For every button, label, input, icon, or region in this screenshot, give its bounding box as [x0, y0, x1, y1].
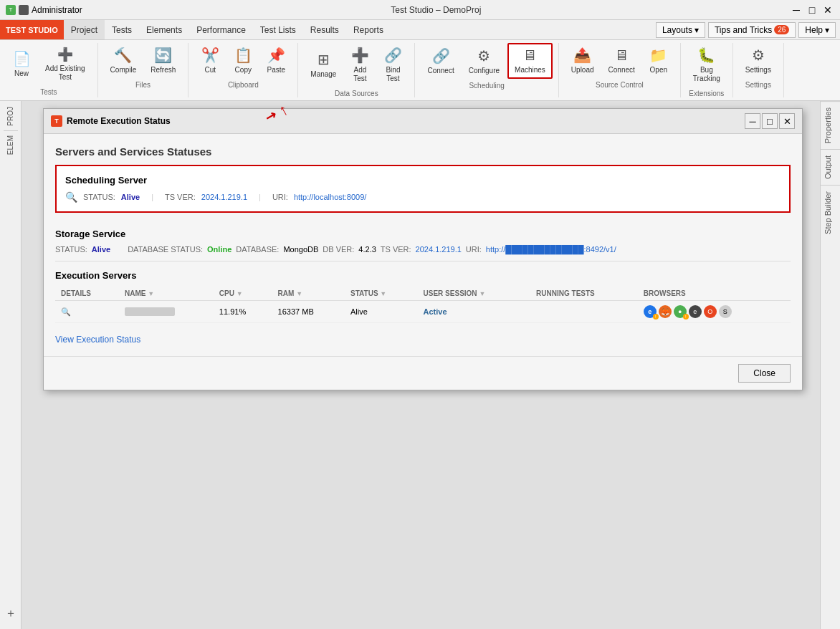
bind-test-btn[interactable]: 🔗 BindTest: [377, 43, 409, 87]
connect-sc-icon: 🖥: [614, 47, 629, 64]
menu-testlists[interactable]: Test Lists: [253, 20, 303, 39]
test-studio-badge[interactable]: TEST STUDIO: [0, 20, 64, 39]
tips-btn[interactable]: Tips and Tricks 26: [708, 22, 796, 38]
machines-btn[interactable]: 🖥 Machines: [507, 43, 553, 79]
bind-test-icon: 🔗: [384, 47, 402, 64]
refresh-btn[interactable]: 🔄 Refresh: [144, 43, 182, 78]
menu-performance[interactable]: Performance: [189, 20, 253, 39]
name-filter-icon[interactable]: ▼: [148, 290, 154, 297]
app-title: Test Studio – DemoProj: [391, 5, 481, 15]
status-label: STATUS:: [83, 193, 115, 201]
layouts-btn[interactable]: Layouts ▾: [656, 22, 705, 38]
bug-tracking-btn[interactable]: 🐛 BugTracking: [687, 43, 727, 87]
dialog-close-btn[interactable]: ✕: [779, 113, 795, 129]
add-panel-btn[interactable]: ＋: [5, 606, 16, 627]
menu-results[interactable]: Results: [303, 20, 346, 39]
new-btn[interactable]: 📄 New: [6, 43, 37, 85]
bug-tracking-icon: 🐛: [697, 47, 715, 64]
usersession-filter-icon[interactable]: ▼: [479, 290, 485, 297]
cpu-filter-icon[interactable]: ▼: [237, 290, 243, 297]
connect-sc-btn[interactable]: 🖥 Connect: [602, 43, 641, 78]
dialog-minimize-btn[interactable]: ─: [745, 113, 760, 129]
connect-scheduling-btn[interactable]: 🔗 Connect: [421, 43, 460, 79]
ss-status-val: Alive: [92, 245, 110, 254]
exec-servers-section: Execution Servers DETAILS NAME ▼ CPU ▼ R…: [55, 270, 791, 323]
help-chevron: ▾: [825, 25, 829, 35]
col-ram: RAM ▼: [272, 287, 345, 301]
minimize-btn[interactable]: ─: [790, 4, 803, 16]
step-builder-tab[interactable]: Step Builder: [821, 185, 840, 240]
row-name: [119, 301, 214, 323]
menu-reports[interactable]: Reports: [346, 20, 391, 39]
output-tab[interactable]: Output: [821, 149, 840, 185]
add-test-icon: ➕: [351, 47, 369, 64]
add-existing-icon: ➕: [57, 47, 73, 62]
compile-btn[interactable]: 🔨 Compile: [104, 43, 143, 78]
col-browsers: BROWSERS: [638, 287, 791, 301]
safari-icon: S: [719, 305, 732, 318]
menu-tests[interactable]: Tests: [105, 20, 139, 39]
manage-btn[interactable]: ⊞ Manage: [304, 43, 343, 87]
connect-sc-label: Connect: [608, 66, 635, 75]
connect-scheduling-label: Connect: [427, 67, 454, 75]
upload-label: Upload: [571, 66, 594, 75]
ram-filter-icon[interactable]: ▼: [296, 290, 302, 297]
properties-tab[interactable]: Properties: [821, 101, 840, 149]
ts-ver-value: 2024.1.219.1: [201, 193, 247, 201]
ss-tsver-val: 2024.1.219.1: [416, 245, 462, 254]
exec-servers-table: DETAILS NAME ▼ CPU ▼ RAM ▼ STATUS ▼ USER…: [55, 287, 791, 323]
settings-btn[interactable]: ⚙ Settings: [739, 43, 778, 78]
new-icon: 📄: [13, 50, 31, 67]
settings-icon: ⚙: [752, 47, 765, 64]
row-status: Alive: [345, 301, 418, 323]
col-details: DETAILS: [55, 287, 119, 301]
dialog-controls[interactable]: ─ □ ✕: [745, 113, 795, 129]
refresh-icon: 🔄: [154, 47, 172, 64]
user-label: Administrator: [32, 5, 82, 15]
elem-tab[interactable]: ELEM: [4, 133, 17, 158]
row-details[interactable]: 🔍: [55, 301, 119, 323]
copy-btn[interactable]: 📋 Copy: [227, 43, 259, 78]
compile-label: Compile: [110, 66, 137, 75]
paste-btn[interactable]: 📌 Paste: [260, 43, 292, 78]
browser-icons: e ! 🦊 ●: [644, 305, 785, 318]
ss-dbver-val: 4.2.3: [358, 245, 376, 254]
cut-btn[interactable]: ✂️ Cut: [194, 43, 226, 78]
window-controls[interactable]: ─ □ ✕: [790, 4, 834, 16]
help-btn[interactable]: Help ▾: [798, 22, 836, 38]
copy-label: Copy: [235, 66, 252, 75]
col-status: STATUS ▼: [345, 287, 418, 301]
col-name: NAME ▼: [119, 287, 214, 301]
maximize-btn[interactable]: □: [806, 4, 818, 16]
ss-db-val: MongoDB: [283, 245, 318, 254]
add-test-btn[interactable]: ➕ AddTest: [344, 43, 376, 87]
menu-project[interactable]: Project: [64, 20, 105, 39]
proj-tab[interactable]: PROJ: [4, 104, 17, 129]
ss-uri-val: http://██████████████:8492/v1/: [486, 245, 616, 254]
cut-icon: ✂️: [201, 47, 219, 64]
ie-warn-badge: !: [653, 314, 659, 320]
add-existing-btn[interactable]: ➕ Add ExistingTest: [39, 43, 92, 85]
open-btn[interactable]: 📁 Open: [643, 43, 674, 78]
configure-btn[interactable]: ⚙ Configure: [462, 43, 506, 79]
status-filter-icon[interactable]: ▼: [380, 290, 386, 297]
configure-icon: ⚙: [477, 47, 490, 64]
settings-label: Settings: [745, 66, 771, 75]
upload-icon: 📤: [573, 47, 591, 64]
storage-service-info: STATUS: Alive DATABASE STATUS: Online DA…: [55, 245, 791, 254]
ss-db-status-label: DATABASE STATUS:: [128, 245, 203, 254]
close-dialog-btn[interactable]: Close: [738, 364, 791, 383]
upload-btn[interactable]: 📤 Upload: [565, 43, 601, 78]
ss-dbver-label: DB VER:: [323, 245, 354, 254]
opera-icon: O: [704, 305, 717, 318]
firefox-browser: 🦊: [659, 305, 672, 318]
uri-value[interactable]: http://localhost:8009/: [294, 193, 367, 201]
dialog-maximize-btn[interactable]: □: [762, 113, 778, 129]
menu-elements[interactable]: Elements: [139, 20, 189, 39]
ss-uri-label: URI:: [466, 245, 482, 254]
toolbar-group-files: 🔨 Compile 🔄 Refresh Files: [98, 43, 189, 97]
close-btn-window[interactable]: ✕: [821, 4, 834, 16]
ss-tsver-label: TS VER:: [381, 245, 411, 254]
scheduling-search-icon[interactable]: 🔍: [65, 191, 77, 203]
view-exec-status-link[interactable]: View Execution Status: [55, 335, 140, 345]
